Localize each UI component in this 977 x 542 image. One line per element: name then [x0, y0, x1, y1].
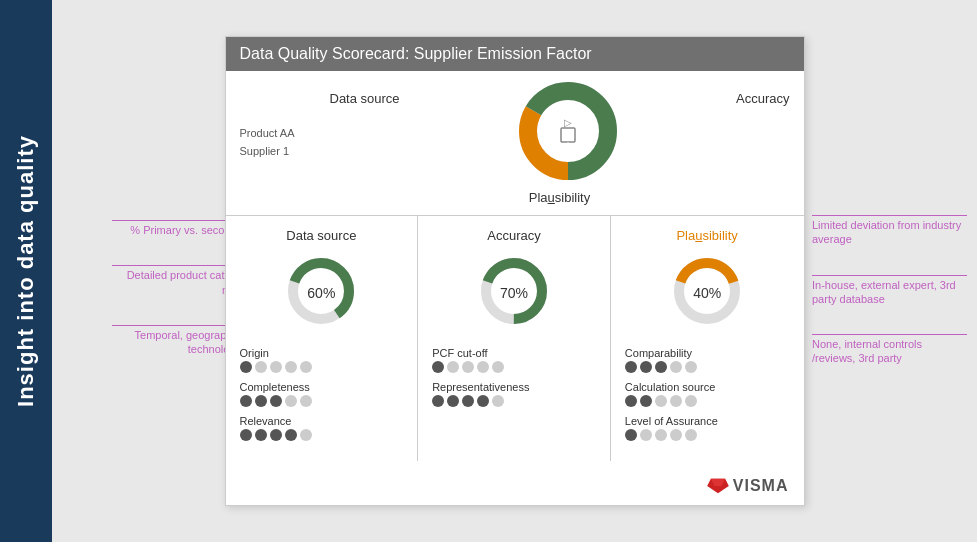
- col3-metric-2: Calculation source: [625, 381, 790, 407]
- dot: [285, 361, 297, 373]
- dot: [462, 361, 474, 373]
- top-section: Product AA Supplier 1 Data source: [226, 71, 804, 216]
- dot: [240, 395, 252, 407]
- col3-title: Plausibility: [625, 228, 790, 243]
- top-label-bottom: Plausibility: [529, 190, 590, 205]
- col1-metric-1: Origin: [240, 347, 404, 373]
- dot: [270, 429, 282, 441]
- col1-metric-2: Completeness: [240, 381, 404, 407]
- col-plausibility: Plausibility 40% Comparability: [611, 216, 804, 461]
- top-label-left: Data source: [330, 81, 400, 106]
- donut-area: Data source ▷: [330, 81, 790, 205]
- col-accuracy: Accuracy 70% PCF cut-off: [418, 216, 611, 461]
- dot: [300, 361, 312, 373]
- visma-text: VISMA: [733, 477, 789, 495]
- svg-text:+: +: [564, 138, 572, 154]
- product-info: Product AA Supplier 1: [240, 125, 320, 160]
- dot: [670, 395, 682, 407]
- dot: [625, 395, 637, 407]
- dot: [432, 395, 444, 407]
- scorecard-header: Data Quality Scorecard: Supplier Emissio…: [226, 37, 804, 71]
- top-label-right: Accuracy: [736, 81, 789, 106]
- dot: [640, 395, 652, 407]
- dot: [477, 395, 489, 407]
- right-annotations: Limited deviation from industry average …: [812, 215, 967, 366]
- dot: [492, 361, 504, 373]
- dot: [300, 429, 312, 441]
- annotation-right-3: None, internal controls /reviews, 3rd pa…: [812, 334, 967, 366]
- dot: [477, 361, 489, 373]
- dot: [270, 361, 282, 373]
- dot: [447, 395, 459, 407]
- col1-title: Data source: [240, 228, 404, 243]
- dot: [670, 429, 682, 441]
- dot: [255, 395, 267, 407]
- dot: [655, 361, 667, 373]
- dot: [685, 395, 697, 407]
- bottom-section: Data source 60% Origin: [226, 216, 804, 461]
- donut-labels: Data source ▷: [330, 81, 790, 186]
- dot: [432, 361, 444, 373]
- dot: [285, 395, 297, 407]
- visma-brand-icon: [707, 477, 729, 495]
- annotation-right-1: Limited deviation from industry average: [812, 215, 967, 247]
- col3-gauge: 40%: [625, 251, 790, 335]
- dot: [655, 395, 667, 407]
- col1-metric-3: Relevance: [240, 415, 404, 441]
- main-area: % Primary vs. secondary Detailed product…: [52, 0, 977, 542]
- col2-gauge: 70%: [432, 251, 596, 335]
- dot: [655, 429, 667, 441]
- dot: [685, 429, 697, 441]
- dot: [670, 361, 682, 373]
- col2-title: Accuracy: [432, 228, 596, 243]
- vertical-title: Insight into data quality: [0, 0, 52, 542]
- dot: [255, 429, 267, 441]
- dot: [640, 429, 652, 441]
- dot: [240, 429, 252, 441]
- dot: [462, 395, 474, 407]
- dot: [492, 395, 504, 407]
- dot: [640, 361, 652, 373]
- col2-metric-1: PCF cut-off: [432, 347, 596, 373]
- dot: [685, 361, 697, 373]
- col3-metric-1: Comparability: [625, 347, 790, 373]
- scorecard: Data Quality Scorecard: Supplier Emissio…: [225, 36, 805, 506]
- col-data-source: Data source 60% Origin: [226, 216, 419, 461]
- main-donut: ▷ +: [513, 76, 623, 186]
- col2-metric-2: Representativeness: [432, 381, 596, 407]
- dot: [447, 361, 459, 373]
- dot: [255, 361, 267, 373]
- visma-logo: VISMA: [707, 477, 789, 495]
- annotation-right-2: In-house, external expert, 3rd party dat…: [812, 275, 967, 307]
- svg-text:▷: ▷: [564, 117, 572, 128]
- dot: [625, 361, 637, 373]
- dot: [300, 395, 312, 407]
- col3-metric-3: Level of Assurance: [625, 415, 790, 441]
- dot: [625, 429, 637, 441]
- dot: [285, 429, 297, 441]
- col1-gauge: 60%: [240, 251, 404, 335]
- dot: [270, 395, 282, 407]
- dot: [240, 361, 252, 373]
